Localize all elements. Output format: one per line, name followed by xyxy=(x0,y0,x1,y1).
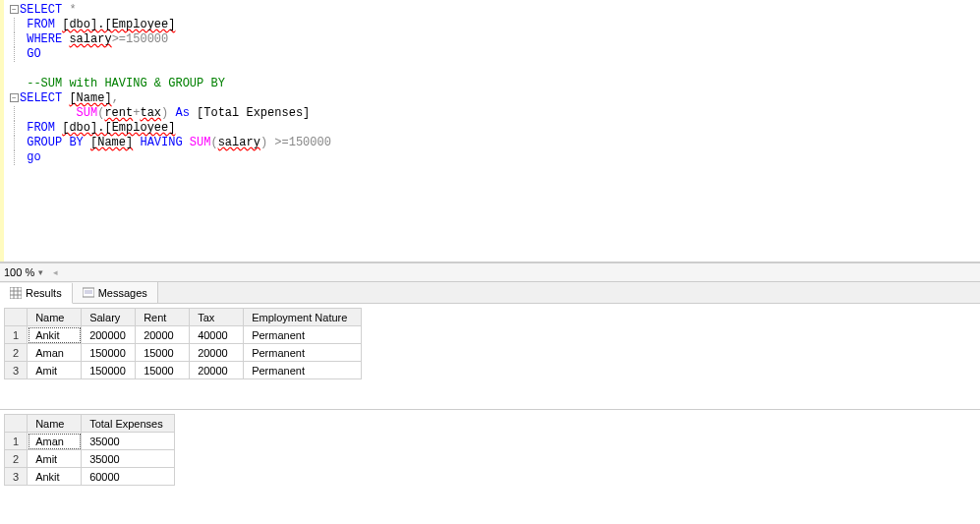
cell-total-expenses[interactable]: 60000 xyxy=(82,468,175,486)
cell-salary[interactable]: 150000 xyxy=(82,344,136,362)
alias-total-expenses: [Total Expenses] xyxy=(197,106,310,120)
cond2: >=150000 xyxy=(267,136,331,149)
col-header-employment[interactable]: Employment Nature xyxy=(244,309,362,326)
svg-rect-0 xyxy=(10,287,22,299)
kw-go: GO xyxy=(20,47,41,61)
fn-sum2: SUM xyxy=(190,136,211,149)
col-header-salary[interactable]: Salary xyxy=(82,309,136,326)
comment-line: --SUM with HAVING & GROUP BY xyxy=(20,77,225,90)
row-number: 3 xyxy=(5,362,28,379)
col-header-name[interactable]: Name xyxy=(28,415,82,433)
table-row[interactable]: 1 Aman 35000 xyxy=(5,433,175,450)
col-name2: [Name] xyxy=(90,136,133,149)
result-grid-1[interactable]: Name Salary Rent Tax Employment Nature 1… xyxy=(4,308,362,379)
cell-tax[interactable]: 40000 xyxy=(190,326,244,344)
kw-from2: FROM xyxy=(20,121,62,135)
table-row[interactable]: 1 Ankit 200000 20000 40000 Permanent xyxy=(5,326,362,344)
grid-icon xyxy=(10,287,22,299)
cell-salary[interactable]: 150000 xyxy=(82,362,136,379)
cell-emp[interactable]: Permanent xyxy=(244,362,362,379)
row-number: 1 xyxy=(5,433,28,450)
col-tax: tax xyxy=(140,106,161,120)
row-number: 2 xyxy=(5,344,28,362)
kw-having: HAVING xyxy=(133,136,190,149)
row-number: 2 xyxy=(5,450,28,468)
cell-total-expenses[interactable]: 35000 xyxy=(82,433,175,450)
chevron-down-icon[interactable]: ▾ xyxy=(38,267,43,277)
cell-name[interactable]: Amit xyxy=(28,362,82,379)
paren-close2: ) xyxy=(260,136,267,149)
zoom-level[interactable]: 100 % xyxy=(4,266,34,278)
table-row[interactable]: 3 Amit 150000 15000 20000 Permanent xyxy=(5,362,362,379)
outline-collapse-icon[interactable]: − xyxy=(10,93,19,102)
table-header-row: Name Salary Rent Tax Employment Nature xyxy=(5,309,362,326)
table-row[interactable]: 3 Ankit 60000 xyxy=(5,468,175,486)
cell-total-expenses[interactable]: 35000 xyxy=(82,450,175,468)
cell-rent[interactable]: 15000 xyxy=(136,344,190,362)
table-header-row: Name Total Expenses xyxy=(5,415,175,433)
kw-select2: SELECT xyxy=(20,91,69,105)
col-salary: salary xyxy=(69,32,111,46)
comma: , xyxy=(112,91,119,105)
row-number: 3 xyxy=(5,468,28,486)
kw-go2: go xyxy=(20,150,41,164)
row-number: 1 xyxy=(5,326,28,344)
results-tabs: Results Messages xyxy=(0,282,980,304)
ident-dbo-employee2: [dbo].[Employee] xyxy=(62,121,175,135)
outline-collapse-icon[interactable]: − xyxy=(10,5,19,14)
col-header-total-expenses[interactable]: Total Expenses xyxy=(82,415,175,433)
table-row[interactable]: 2 Amit 35000 xyxy=(5,450,175,468)
row-header-blank xyxy=(5,415,28,433)
kw-from: FROM xyxy=(20,18,62,31)
col-salary2: salary xyxy=(218,136,260,149)
col-rent: rent xyxy=(104,106,133,120)
row-header-blank xyxy=(5,309,28,326)
cell-tax[interactable]: 20000 xyxy=(190,344,244,362)
sql-editor[interactable]: −SELECT * FROM [dbo].[Employee] WHERE sa… xyxy=(0,0,980,262)
star: * xyxy=(62,3,76,17)
results-pane-1: Name Salary Rent Tax Employment Nature 1… xyxy=(0,304,980,410)
col-header-name[interactable]: Name xyxy=(28,309,82,326)
tab-messages[interactable]: Messages xyxy=(73,282,158,303)
cell-emp[interactable]: Permanent xyxy=(244,326,362,344)
kw-as: As xyxy=(168,106,197,120)
cell-rent[interactable]: 20000 xyxy=(136,326,190,344)
cell-tax[interactable]: 20000 xyxy=(190,362,244,379)
paren-open2: ( xyxy=(210,136,217,149)
col-header-rent[interactable]: Rent xyxy=(136,309,190,326)
table-row[interactable]: 2 Aman 150000 15000 20000 Permanent xyxy=(5,344,362,362)
cell-emp[interactable]: Permanent xyxy=(244,344,362,362)
messages-icon xyxy=(83,287,94,299)
caret-left-icon[interactable]: ◂ xyxy=(53,267,58,277)
cond-rest: >=150000 xyxy=(112,32,169,46)
cell-salary[interactable]: 200000 xyxy=(82,326,136,344)
result-grid-2[interactable]: Name Total Expenses 1 Aman 35000 2 Amit … xyxy=(4,414,175,486)
kw-select: SELECT xyxy=(20,3,62,17)
kw-where: WHERE xyxy=(20,32,69,46)
cell-name[interactable]: Aman xyxy=(28,433,82,450)
col-header-tax[interactable]: Tax xyxy=(190,309,244,326)
code-pane[interactable]: −SELECT * FROM [dbo].[Employee] WHERE sa… xyxy=(4,0,980,262)
cell-name[interactable]: Ankit xyxy=(28,326,82,344)
ident-dbo-employee: [dbo].[Employee] xyxy=(62,18,175,31)
cell-name[interactable]: Aman xyxy=(28,344,82,362)
results-pane-2: Name Total Expenses 1 Aman 35000 2 Amit … xyxy=(0,410,980,516)
cell-rent[interactable]: 15000 xyxy=(136,362,190,379)
fn-sum: SUM xyxy=(77,106,98,120)
kw-groupby: GROUP BY xyxy=(20,136,90,149)
cell-name[interactable]: Ankit xyxy=(28,468,82,486)
tab-results[interactable]: Results xyxy=(0,283,73,304)
tab-messages-label: Messages xyxy=(98,287,147,299)
tab-results-label: Results xyxy=(26,287,62,299)
col-name: [Name] xyxy=(69,91,111,105)
cell-name[interactable]: Amit xyxy=(28,450,82,468)
pad xyxy=(20,106,77,120)
zoom-bar: 100 % ▾ ◂ xyxy=(0,262,980,282)
